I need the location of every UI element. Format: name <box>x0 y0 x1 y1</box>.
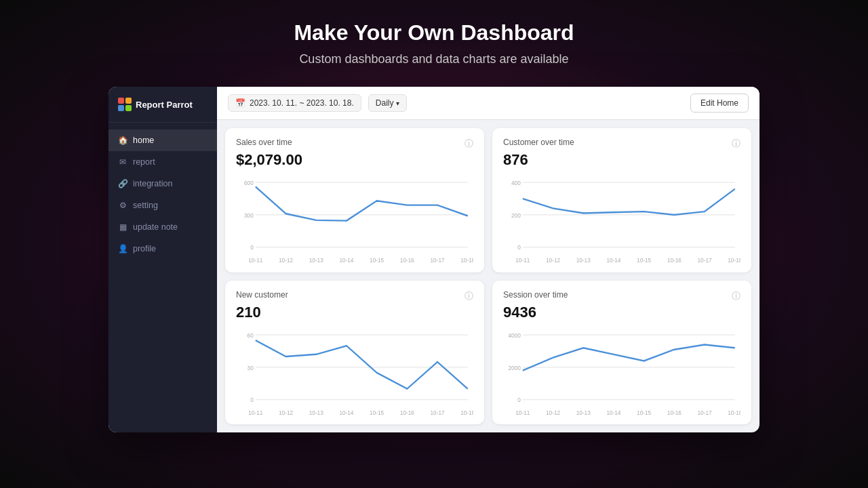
svg-text:10-16: 10-16 <box>667 408 682 415</box>
svg-text:10-18: 10-18 <box>728 408 741 415</box>
svg-text:10-13: 10-13 <box>309 408 323 415</box>
chart-area-new-customer: 60300 10-1110-1210-1310-1410-1510-1610-1… <box>236 327 473 418</box>
app-window: Report Parrot 🏠 home ✉ report 🔗 integrat… <box>108 87 760 432</box>
svg-text:10-13: 10-13 <box>576 408 591 415</box>
home-icon: 🏠 <box>118 136 127 145</box>
svg-text:10-17: 10-17 <box>431 256 445 264</box>
svg-text:0: 0 <box>517 396 521 403</box>
svg-text:0: 0 <box>250 244 254 251</box>
svg-text:10-13: 10-13 <box>309 256 323 264</box>
svg-text:300: 300 <box>244 211 254 219</box>
edit-home-button[interactable]: Edit Home <box>690 94 749 113</box>
main-content: 📅 2023. 10. 11. ~ 2023. 10. 18. Daily ▾ … <box>217 87 760 432</box>
sidebar-label-update-note: update note <box>133 222 178 232</box>
svg-text:10-15: 10-15 <box>637 256 651 264</box>
dashboard-grid: Sales over time ⓘ $2,079.00 6003000 10-1… <box>217 120 760 432</box>
sidebar-label-profile: profile <box>133 244 156 253</box>
svg-text:10-15: 10-15 <box>637 408 651 415</box>
date-range-label: 2023. 10. 11. ~ 2023. 10. 18. <box>250 98 354 108</box>
sidebar-label-setting: setting <box>133 201 158 210</box>
setting-icon: ⚙ <box>118 201 127 210</box>
daily-filter-select[interactable]: Daily ▾ <box>368 94 408 112</box>
integration-icon: 🔗 <box>118 179 127 188</box>
card-header-sales-over-time: Sales over time ⓘ <box>236 138 473 150</box>
svg-rect-1 <box>125 98 132 104</box>
svg-text:10-16: 10-16 <box>400 256 414 264</box>
svg-text:10-14: 10-14 <box>606 408 620 415</box>
card-new-customer: New customer ⓘ 210 60300 10-1110-1210-13… <box>225 281 484 425</box>
svg-text:10-11: 10-11 <box>248 256 262 264</box>
date-range-picker[interactable]: 📅 2023. 10. 11. ~ 2023. 10. 18. <box>228 94 361 112</box>
svg-text:10-17: 10-17 <box>431 408 445 415</box>
svg-text:10-18: 10-18 <box>460 256 473 264</box>
sidebar-item-update-note[interactable]: ▦ update note <box>108 216 217 238</box>
sidebar-label-home: home <box>133 136 154 145</box>
svg-text:10-12: 10-12 <box>546 256 560 264</box>
svg-text:10-16: 10-16 <box>667 256 682 264</box>
svg-text:600: 600 <box>244 179 254 186</box>
card-value-sales-over-time: $2,079.00 <box>236 151 473 169</box>
card-value-new-customer: 210 <box>236 304 473 321</box>
sidebar-item-integration[interactable]: 🔗 integration <box>108 173 217 195</box>
svg-text:4000: 4000 <box>508 331 520 339</box>
sidebar: Report Parrot 🏠 home ✉ report 🔗 integrat… <box>108 87 217 432</box>
sidebar-item-home[interactable]: 🏠 home <box>108 129 217 151</box>
svg-text:10-14: 10-14 <box>339 408 353 415</box>
card-header-session-over-time: Session over time ⓘ <box>503 290 741 302</box>
date-filter: 📅 2023. 10. 11. ~ 2023. 10. 18. Daily ▾ <box>228 94 407 112</box>
svg-text:10-12: 10-12 <box>279 256 293 264</box>
card-session-over-time: Session over time ⓘ 9436 400020000 10-11… <box>492 281 751 425</box>
svg-text:10-11: 10-11 <box>248 408 262 415</box>
calendar-icon: 📅 <box>235 98 245 108</box>
sidebar-item-setting[interactable]: ⚙ setting <box>108 195 217 216</box>
svg-rect-2 <box>118 105 124 111</box>
daily-label: Daily <box>376 98 394 108</box>
card-value-customer-over-time: 876 <box>503 151 741 169</box>
sidebar-label-integration: integration <box>133 179 172 188</box>
svg-text:10-11: 10-11 <box>515 408 530 415</box>
sidebar-item-report[interactable]: ✉ report <box>108 151 217 173</box>
card-sales-over-time: Sales over time ⓘ $2,079.00 6003000 10-1… <box>225 128 484 272</box>
svg-text:10-11: 10-11 <box>515 256 530 264</box>
card-header-new-customer: New customer ⓘ <box>236 290 473 302</box>
svg-text:10-14: 10-14 <box>339 256 353 264</box>
report-icon: ✉ <box>118 157 127 167</box>
chart-area-sales-over-time: 6003000 10-1110-1210-1310-1410-1510-1610… <box>236 174 473 266</box>
svg-text:10-17: 10-17 <box>698 408 712 415</box>
svg-text:30: 30 <box>248 363 254 371</box>
svg-text:0: 0 <box>517 244 521 251</box>
svg-text:10-13: 10-13 <box>576 256 591 264</box>
svg-text:10-16: 10-16 <box>400 408 414 415</box>
help-icon-session-over-time[interactable]: ⓘ <box>732 290 741 302</box>
help-icon-customer-over-time[interactable]: ⓘ <box>732 138 741 150</box>
update-note-icon: ▦ <box>118 222 127 232</box>
sidebar-nav: 🏠 home ✉ report 🔗 integration ⚙ setting … <box>108 123 217 432</box>
svg-text:400: 400 <box>511 179 521 186</box>
svg-text:200: 200 <box>511 211 521 219</box>
svg-text:0: 0 <box>250 396 254 403</box>
card-header-customer-over-time: Customer over time ⓘ <box>503 138 741 150</box>
svg-text:10-15: 10-15 <box>370 408 384 415</box>
logo-text: Report Parrot <box>136 100 193 110</box>
svg-text:10-18: 10-18 <box>460 408 473 415</box>
hero-title: Make Your Own Dashboard <box>294 20 574 45</box>
svg-text:60: 60 <box>248 331 254 339</box>
chevron-down-icon: ▾ <box>396 100 399 107</box>
chart-area-session-over-time: 400020000 10-1110-1210-1310-1410-1510-16… <box>503 327 741 418</box>
card-title-customer-over-time: Customer over time <box>503 138 574 147</box>
svg-text:10-17: 10-17 <box>698 256 712 264</box>
help-icon-new-customer[interactable]: ⓘ <box>465 290 473 302</box>
svg-rect-0 <box>118 98 124 104</box>
svg-text:10-18: 10-18 <box>728 256 741 264</box>
card-value-session-over-time: 9436 <box>503 304 741 321</box>
help-icon-sales-over-time[interactable]: ⓘ <box>465 138 473 150</box>
header-bar: 📅 2023. 10. 11. ~ 2023. 10. 18. Daily ▾ … <box>217 87 760 120</box>
sidebar-item-profile[interactable]: 👤 profile <box>108 238 217 260</box>
card-title-session-over-time: Session over time <box>503 290 568 300</box>
svg-text:10-14: 10-14 <box>606 256 620 264</box>
profile-icon: 👤 <box>118 244 127 253</box>
sidebar-label-report: report <box>133 157 155 167</box>
svg-text:10-12: 10-12 <box>546 408 560 415</box>
logo-icon <box>118 98 132 111</box>
svg-rect-3 <box>125 105 132 111</box>
